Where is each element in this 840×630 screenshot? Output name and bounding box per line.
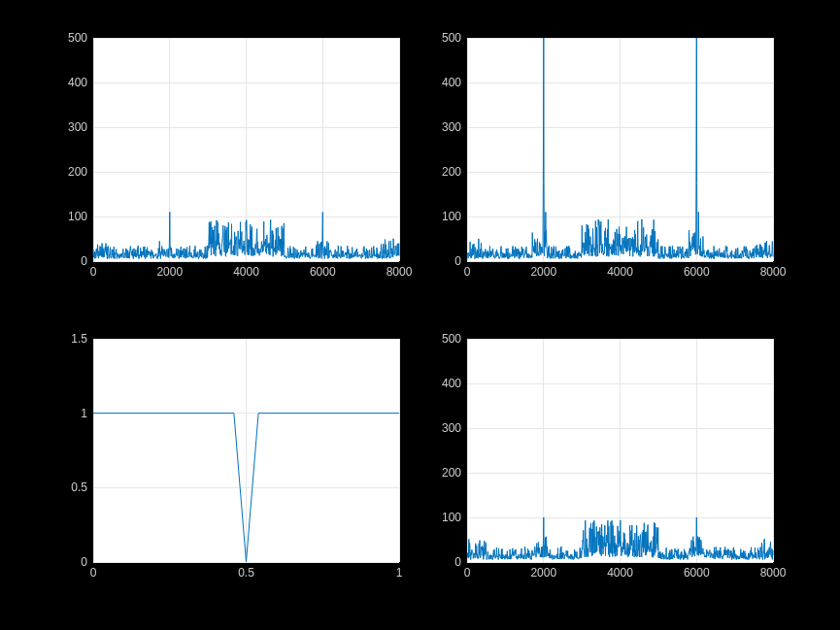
- x-tick-label: 4000: [607, 265, 633, 279]
- y-tick-label: 0: [81, 254, 87, 268]
- axes-svg: [93, 339, 399, 562]
- y-tick-label: 300: [442, 421, 461, 435]
- y-tick-label: 1.5: [71, 332, 87, 346]
- x-tick-label: 2000: [156, 265, 183, 279]
- y-tick-label: 200: [68, 165, 87, 179]
- subplot-top-right: 020004000600080000100200300400500: [466, 37, 774, 262]
- axes-svg: [467, 339, 773, 562]
- y-tick-label: 0: [454, 254, 461, 268]
- y-tick-label: 200: [442, 165, 461, 179]
- y-tick-label: 0.5: [71, 481, 87, 494]
- x-tick-label: 2000: [530, 265, 556, 279]
- x-tick-label: 2000: [530, 566, 556, 580]
- y-tick-label: 0: [454, 555, 461, 569]
- y-tick-label: 1: [81, 407, 87, 420]
- x-tick-label: 8000: [760, 265, 787, 279]
- y-tick-label: 100: [442, 511, 461, 524]
- y-tick-label: 200: [442, 466, 461, 480]
- x-tick-label: 4000: [233, 265, 259, 279]
- figure: 020004000600080000100200300400500 020004…: [0, 0, 840, 630]
- y-tick-label: 300: [442, 120, 461, 134]
- axes-svg: [93, 38, 399, 261]
- y-tick-label: 0: [81, 555, 87, 569]
- y-tick-label: 400: [442, 377, 461, 390]
- y-tick-label: 300: [68, 120, 87, 134]
- subplot-top-left: 020004000600080000100200300400500: [92, 37, 400, 262]
- subplot-bottom-right: 020004000600080000100200300400500: [466, 338, 774, 563]
- x-tick-label: 6000: [310, 265, 336, 279]
- x-tick-label: 1: [396, 566, 403, 580]
- y-tick-label: 400: [68, 76, 87, 89]
- y-tick-label: 500: [442, 332, 461, 346]
- y-tick-label: 100: [68, 210, 87, 223]
- x-tick-label: 6000: [684, 566, 710, 580]
- axes-svg: [467, 38, 773, 261]
- y-tick-label: 400: [442, 76, 461, 89]
- x-tick-label: 4000: [607, 566, 633, 580]
- x-tick-label: 0: [464, 265, 471, 279]
- x-tick-label: 0.5: [238, 566, 254, 580]
- y-tick-label: 100: [442, 210, 461, 223]
- y-tick-label: 500: [442, 31, 461, 45]
- x-tick-label: 0: [90, 265, 97, 279]
- x-tick-label: 8000: [386, 265, 413, 279]
- subplot-bottom-left: 00.5100.511.5: [92, 338, 400, 563]
- x-tick-label: 0: [90, 566, 97, 580]
- x-tick-label: 0: [464, 566, 471, 580]
- y-tick-label: 500: [68, 31, 87, 45]
- x-tick-label: 8000: [760, 566, 787, 580]
- x-tick-label: 6000: [684, 265, 710, 279]
